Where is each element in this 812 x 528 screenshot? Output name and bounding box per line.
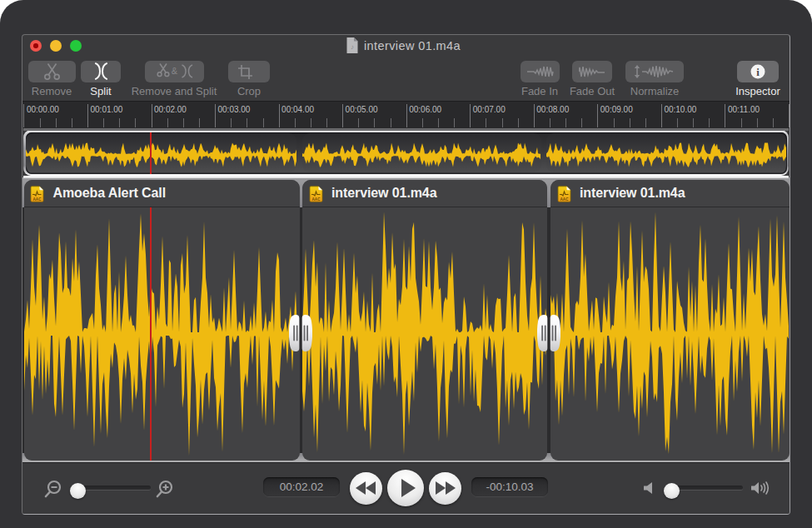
svg-text:&: & [172,66,178,76]
svg-text:AAC: AAC [560,197,569,202]
svg-text:♪: ♪ [351,43,354,51]
svg-text:AAC: AAC [33,197,42,202]
svg-text:AAC: AAC [311,197,321,202]
svg-text:i: i [756,66,760,78]
